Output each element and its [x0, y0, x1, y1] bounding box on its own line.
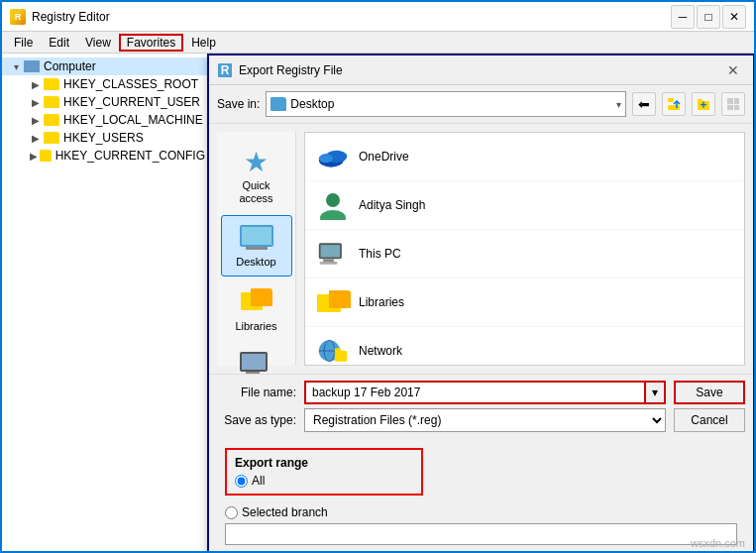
all-radio-row: All	[235, 474, 413, 488]
user-label: Aditya Singh	[359, 198, 425, 212]
new-folder-button[interactable]: +	[692, 92, 715, 116]
tree-item-hkcu[interactable]: ▶ HKEY_CURRENT_USER	[2, 93, 209, 111]
svg-rect-3	[668, 98, 674, 102]
file-list-item-thispc[interactable]: This PC	[305, 230, 744, 278]
svg-rect-25	[321, 245, 341, 257]
tree-item-hklm[interactable]: ▶ HKEY_LOCAL_MACHINE	[2, 111, 209, 129]
dialog-title-bar: R Export Registry File ✕	[209, 55, 753, 85]
view-options-button[interactable]	[721, 92, 745, 116]
shortcut-this-pc[interactable]: This PC	[221, 343, 292, 374]
quick-access-icon: ★	[237, 146, 276, 177]
hkcr-arrow: ▶	[30, 78, 42, 90]
hkcc-arrow: ▶	[30, 150, 38, 162]
svg-rect-2	[668, 105, 680, 110]
file-list-item-libraries[interactable]: Libraries	[305, 278, 744, 327]
onedrive-label: OneDrive	[359, 150, 409, 164]
maximize-button[interactable]: □	[697, 5, 720, 29]
dropdown-arrow-icon: ▾	[616, 99, 621, 110]
hkcr-folder-icon	[44, 78, 59, 90]
export-range-title: Export range	[235, 456, 413, 470]
export-range-box: Export range All	[225, 448, 423, 496]
svg-point-21	[319, 154, 333, 163]
file-list-item-user[interactable]: Aditya Singh	[305, 181, 744, 230]
tree-item-hku[interactable]: ▶ HKEY_USERS	[2, 129, 209, 147]
tree-item-computer[interactable]: ▾ Computer	[2, 57, 209, 75]
svg-rect-11	[734, 105, 739, 110]
save-in-row: Save in: Desktop ▾ ⬅ +	[209, 85, 753, 124]
export-range-section: Export range All Selected branch	[209, 438, 753, 551]
file-name-input[interactable]	[304, 381, 646, 404]
hku-label: HKEY_USERS	[63, 131, 144, 145]
menu-edit[interactable]: Edit	[41, 34, 77, 52]
saveas-row: Save as type: Registration Files (*.reg)…	[217, 408, 745, 432]
save-button[interactable]: Save	[674, 381, 745, 404]
svg-rect-27	[320, 262, 338, 265]
tree-panel: ▾ Computer ▶ HKEY_CLASSES_ROOT ▶ HKEY_CU…	[2, 54, 210, 551]
libraries-file-label: Libraries	[359, 295, 404, 309]
window-title: Registry Editor	[32, 10, 671, 24]
selected-branch-row: Selected branch	[217, 505, 745, 519]
svg-text:+: +	[700, 98, 706, 111]
svg-rect-32	[335, 348, 341, 352]
desktop-folder-icon	[270, 97, 286, 111]
hku-arrow: ▶	[30, 132, 42, 144]
svg-point-23	[320, 210, 346, 220]
menu-help[interactable]: Help	[183, 34, 224, 52]
selected-branch-input[interactable]	[225, 523, 737, 545]
hkcu-label: HKEY_CURRENT_USER	[63, 95, 200, 109]
menu-bar: File Edit View Favorites Help	[2, 32, 754, 54]
nav-back-button[interactable]: ⬅	[632, 92, 656, 116]
shortcut-libraries[interactable]: Libraries	[221, 280, 292, 339]
menu-favorites[interactable]: Favorites	[119, 34, 183, 52]
thispc-file-label: This PC	[359, 247, 401, 261]
file-list-item-network[interactable]: Network	[305, 327, 744, 366]
user-file-icon	[317, 189, 349, 221]
registry-icon: R	[10, 9, 26, 25]
tree-arrow: ▾	[10, 60, 22, 72]
file-list-item-onedrive[interactable]: OneDrive	[305, 133, 744, 181]
hklm-arrow: ▶	[30, 114, 42, 126]
save-in-dropdown[interactable]: Desktop ▾	[266, 91, 626, 117]
svg-rect-13	[246, 247, 268, 250]
window-close-button[interactable]: ✕	[722, 5, 746, 29]
save-as-type-select[interactable]: Registration Files (*.reg)	[304, 408, 666, 432]
shortcuts-panel: ★ Quick access Desktop	[217, 132, 296, 366]
svg-point-22	[326, 193, 340, 207]
tree-item-hkcr[interactable]: ▶ HKEY_CLASSES_ROOT	[2, 75, 209, 93]
hku-folder-icon	[44, 132, 59, 144]
libraries-shortcut-icon	[237, 286, 276, 318]
watermark: wsxdn.com	[691, 537, 745, 549]
shortcut-quick-access[interactable]: ★ Quick access	[221, 140, 292, 211]
nav-up-button[interactable]	[662, 92, 686, 116]
save-as-type-label: Save as type:	[217, 413, 296, 427]
save-in-value: Desktop	[290, 97, 616, 111]
dialog-close-button[interactable]: ✕	[721, 58, 745, 82]
selected-branch-label: Selected branch	[242, 505, 328, 519]
dialog-title-text: Export Registry File	[239, 63, 721, 77]
quick-access-label: Quick access	[225, 179, 288, 205]
shortcut-desktop[interactable]: Desktop	[221, 215, 292, 276]
network-file-icon	[317, 335, 349, 366]
file-name-label: File name:	[217, 386, 296, 399]
svg-rect-26	[323, 259, 334, 262]
hkcc-label: HKEY_CURRENT_CONFIG	[55, 149, 205, 163]
libraries-file-icon	[317, 286, 349, 318]
selected-branch-radio[interactable]	[225, 506, 238, 519]
svg-rect-31	[335, 351, 347, 362]
hkcr-label: HKEY_CLASSES_ROOT	[63, 77, 198, 91]
hklm-folder-icon	[44, 114, 59, 126]
filename-dropdown-arrow[interactable]: ▾	[646, 381, 666, 404]
menu-view[interactable]: View	[77, 34, 119, 52]
file-list: OneDrive Aditya Singh	[304, 132, 745, 366]
hkcu-folder-icon	[44, 96, 59, 108]
minimize-button[interactable]: ─	[671, 5, 695, 29]
tree-item-hkcc[interactable]: ▶ HKEY_CURRENT_CONFIG	[2, 147, 209, 165]
svg-rect-10	[727, 105, 733, 110]
menu-file[interactable]: File	[6, 34, 41, 52]
hklm-label: HKEY_LOCAL_MACHINE	[63, 113, 203, 127]
all-radio[interactable]	[235, 475, 248, 488]
desktop-shortcut-icon	[237, 222, 276, 254]
cancel-button[interactable]: Cancel	[674, 408, 745, 432]
filename-row: File name: ▾ Save	[217, 381, 745, 404]
title-bar: R Registry Editor ─ □ ✕	[2, 2, 754, 32]
